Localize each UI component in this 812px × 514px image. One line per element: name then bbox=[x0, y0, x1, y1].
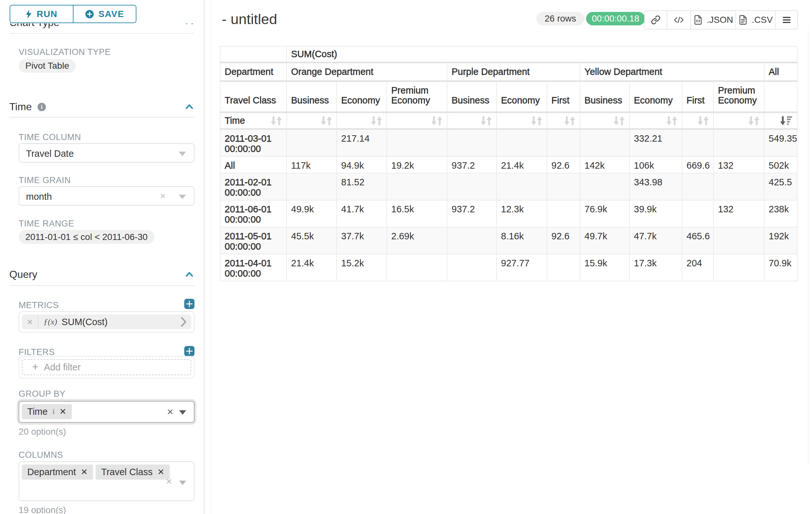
sortable-column-header bbox=[287, 112, 337, 129]
pivot-value-cell bbox=[387, 254, 447, 281]
travel-class-header: First bbox=[682, 81, 714, 112]
export-csv-button[interactable]: .CSV bbox=[735, 11, 775, 29]
pivot-value-cell bbox=[714, 129, 764, 157]
pivot-value-cell: 17.3k bbox=[629, 254, 682, 281]
export-csv-label: .CSV bbox=[752, 15, 773, 25]
sortable-column-header bbox=[496, 112, 547, 129]
pivot-value-cell: 132 bbox=[714, 200, 764, 227]
pivot-value-cell: 142k bbox=[580, 157, 629, 173]
pivot-value-cell: 12.3k bbox=[496, 200, 547, 227]
sort-arrows-icon[interactable] bbox=[613, 116, 625, 126]
more-options-button[interactable] bbox=[775, 11, 797, 29]
chart-panel: - untitled 26 rows 00:00:00.18 .JSON bbox=[0, 0, 812, 514]
pivot-data-row: 2011-03-01 00:00:00217.14332.21549.35 bbox=[220, 129, 797, 157]
sort-desc-icon[interactable] bbox=[780, 116, 793, 126]
pivot-value-cell: 927.77 bbox=[496, 254, 547, 281]
run-button[interactable]: RUN bbox=[10, 5, 74, 23]
pivot-value-cell bbox=[580, 173, 629, 200]
sortable-column-header bbox=[629, 112, 682, 129]
pivot-value-cell bbox=[447, 173, 496, 200]
pivot-value-cell: 49.7k bbox=[580, 227, 629, 254]
pivot-value-cell: 15.2k bbox=[337, 254, 387, 281]
sort-arrows-icon[interactable] bbox=[431, 116, 443, 126]
pivot-value-cell: 238k bbox=[764, 200, 797, 227]
export-json-button[interactable]: .JSON bbox=[690, 11, 735, 29]
pivot-value-cell: 204 bbox=[682, 254, 714, 281]
pivot-data-row: 2011-05-01 00:00:0045.5k37.7k2.69k8.16k9… bbox=[220, 227, 797, 254]
row-label-cell: 2011-03-01 00:00:00 bbox=[220, 129, 287, 157]
pivot-value-cell bbox=[387, 173, 447, 200]
sort-arrows-icon[interactable] bbox=[270, 116, 282, 126]
pivot-value-cell: 21.4k bbox=[496, 157, 547, 173]
pivot-value-cell bbox=[447, 129, 496, 157]
pivot-value-cell bbox=[387, 129, 447, 157]
pivot-value-cell: 76.9k bbox=[580, 200, 629, 227]
chart-title[interactable]: - untitled bbox=[222, 11, 277, 28]
pivot-value-cell: 132 bbox=[714, 157, 764, 173]
all-column-header: All bbox=[764, 63, 797, 81]
sortable-column-header bbox=[337, 112, 387, 129]
pivot-value-cell bbox=[580, 129, 629, 157]
pivot-value-cell bbox=[547, 129, 580, 157]
sort-arrows-icon[interactable] bbox=[481, 116, 492, 126]
department-header-row: DepartmentOrange DepartmentPurple Depart… bbox=[220, 63, 797, 81]
sort-arrows-icon[interactable] bbox=[321, 116, 332, 126]
row-dimension-label: Time bbox=[220, 112, 287, 129]
metric-label-cell: SUM(Cost) bbox=[287, 46, 797, 63]
sort-arrows-icon[interactable] bbox=[697, 116, 709, 126]
sort-arrows-icon[interactable] bbox=[371, 116, 382, 126]
pivot-value-cell: 937.2 bbox=[447, 200, 496, 227]
pivot-value-cell bbox=[287, 173, 337, 200]
sort-header-row: Time bbox=[220, 112, 797, 129]
pivot-value-cell: 106k bbox=[629, 157, 682, 173]
query-timer-badge: 00:00:00.18 bbox=[586, 12, 645, 25]
col-dimension-label: Department bbox=[220, 63, 287, 81]
sortable-column-header bbox=[447, 112, 496, 129]
pivot-value-cell: 92.6 bbox=[547, 227, 580, 254]
share-link-button[interactable] bbox=[645, 11, 667, 29]
pivot-value-cell bbox=[714, 227, 764, 254]
travel-class-header: Premium Economy bbox=[714, 81, 764, 112]
pivot-value-cell: 549.35 bbox=[764, 129, 797, 157]
export-json-label: .JSON bbox=[707, 15, 733, 25]
save-button[interactable]: SAVE bbox=[74, 5, 136, 23]
pivot-value-cell: 2.69k bbox=[387, 227, 447, 254]
view-query-button[interactable] bbox=[667, 11, 691, 29]
pivot-value-cell bbox=[714, 173, 764, 200]
pivot-value-cell bbox=[447, 227, 496, 254]
file-text-icon bbox=[738, 15, 748, 25]
travel-class-header: Business bbox=[447, 81, 496, 112]
sort-arrows-icon[interactable] bbox=[564, 116, 576, 126]
row-count-badge: 26 rows bbox=[536, 12, 584, 25]
pivot-value-cell: 81.52 bbox=[337, 173, 387, 200]
pivot-value-cell: 47.7k bbox=[629, 227, 682, 254]
blank-header-cell bbox=[764, 81, 797, 112]
sort-arrows-icon[interactable] bbox=[531, 116, 543, 126]
save-button-label: SAVE bbox=[98, 9, 124, 19]
pivot-value-cell: 19.2k bbox=[387, 157, 447, 173]
sort-arrows-icon[interactable] bbox=[748, 116, 760, 126]
pivot-value-cell bbox=[287, 129, 337, 157]
pivot-value-cell bbox=[496, 129, 547, 157]
sort-arrows-icon[interactable] bbox=[666, 116, 677, 126]
pivot-table: SUM(Cost)DepartmentOrange DepartmentPurp… bbox=[220, 46, 798, 281]
pivot-value-cell: 937.2 bbox=[447, 157, 496, 173]
sortable-column-header bbox=[547, 112, 580, 129]
pivot-data-row: 2011-04-01 00:00:0021.4k15.2k927.7715.9k… bbox=[220, 254, 797, 281]
pivot-value-cell: 41.7k bbox=[337, 200, 387, 227]
pivot-value-cell: 8.16k bbox=[496, 227, 547, 254]
panel-edge-line bbox=[808, 29, 809, 466]
sortable-column-header bbox=[387, 112, 447, 129]
row-label-cell: All bbox=[220, 157, 287, 173]
row-label-cell: 2011-06-01 00:00:00 bbox=[220, 200, 287, 227]
pivot-value-cell bbox=[496, 173, 547, 200]
run-save-button-group: RUN SAVE bbox=[10, 5, 137, 23]
file-code-icon bbox=[693, 15, 703, 25]
pivot-value-cell: 217.14 bbox=[337, 129, 387, 157]
pivot-value-cell: 21.4k bbox=[287, 254, 337, 281]
pivot-value-cell: 37.7k bbox=[337, 227, 387, 254]
sortable-column-header bbox=[714, 112, 764, 129]
pivot-corner-cell bbox=[220, 46, 287, 63]
row-label-cell: 2011-04-01 00:00:00 bbox=[220, 254, 287, 281]
code-icon bbox=[673, 15, 684, 25]
